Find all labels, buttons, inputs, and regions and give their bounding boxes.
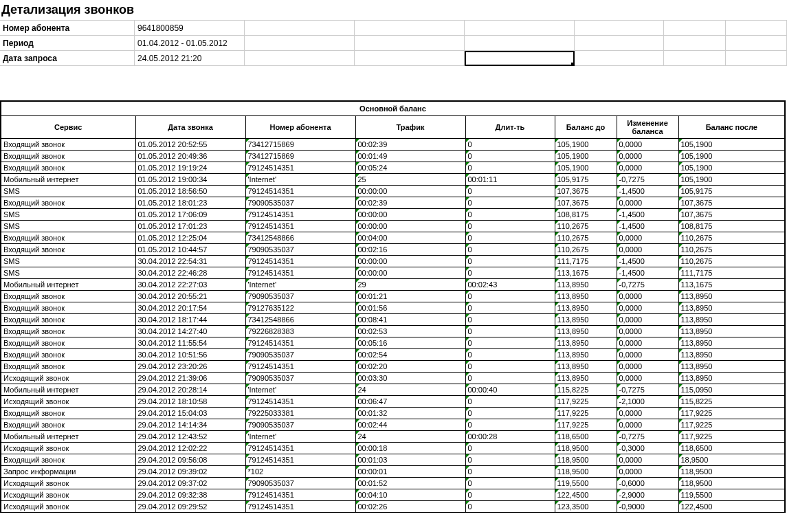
cell-marker	[679, 267, 683, 271]
col-number: Номер абонента	[245, 116, 355, 139]
cell-service: Входящий звонок	[1, 326, 135, 337]
cell-duration: 0	[465, 466, 555, 478]
cell-before: 111,7175	[555, 256, 617, 267]
cell-after: 117,9225	[678, 431, 785, 443]
cell-marker	[466, 396, 469, 399]
cell-marker	[356, 221, 359, 224]
cell-marker	[679, 326, 683, 329]
cell-marker	[617, 151, 621, 154]
cell-number: 79090535037	[245, 244, 355, 256]
cell-number: 79124514351	[245, 221, 355, 232]
cell-change: -0,7275	[617, 174, 678, 186]
cell-marker	[617, 221, 621, 224]
cell-marker	[679, 291, 683, 294]
cell-service: Входящий звонок	[1, 349, 135, 361]
subscriber-label: Номер абонента	[0, 21, 135, 36]
cell-marker	[466, 419, 469, 423]
cell-after: 111,7175	[678, 267, 785, 279]
cell-before: 117,9225	[555, 408, 617, 419]
cell-date: 01.05.2012 18:01:23	[135, 197, 245, 209]
cell-marker	[356, 279, 359, 282]
cell-number: 'Internet'	[245, 384, 355, 396]
cell-marker	[555, 279, 559, 282]
cell-traffic: 00:02:26	[355, 501, 465, 513]
cell-date: 29.04.2012 18:10:58	[135, 396, 245, 408]
table-row: Мобильный интернет30.04.2012 22:27:03'In…	[1, 279, 785, 291]
cell-traffic: 00:01:03	[355, 454, 465, 466]
cell-marker	[679, 209, 683, 212]
cell-before: 105,9175	[555, 174, 617, 186]
cell-duration: 0	[465, 478, 555, 489]
cell-date: 30.04.2012 22:54:31	[135, 256, 245, 267]
cell-marker	[679, 256, 683, 259]
cell-marker	[617, 337, 621, 341]
cell-marker	[246, 244, 250, 247]
cell-service: Мобильный интернет	[1, 174, 135, 186]
selected-cell[interactable]	[465, 51, 575, 66]
cell-marker	[246, 267, 250, 271]
table-row: Входящий звонок30.04.2012 10:51:56790905…	[1, 349, 785, 361]
cell-marker	[466, 373, 469, 376]
cell-after: 18,9500	[678, 454, 785, 466]
cell-marker	[246, 431, 250, 434]
cell-marker	[466, 361, 469, 364]
cell-after: 119,5500	[678, 489, 785, 501]
cell-marker	[466, 501, 469, 505]
cell-marker	[555, 408, 559, 411]
cell-marker	[679, 419, 683, 423]
cell-marker	[466, 221, 469, 224]
cell-marker	[246, 302, 250, 306]
cell-service: Входящий звонок	[1, 302, 135, 314]
cell-change: -0,3000	[617, 443, 678, 454]
cell-service: Входящий звонок	[1, 361, 135, 373]
cell-before: 110,2675	[555, 244, 617, 256]
cell-date: 29.04.2012 09:37:02	[135, 478, 245, 489]
cell-service: SMS	[1, 267, 135, 279]
page-title: Детализация звонков	[0, 0, 787, 21]
cell-marker	[356, 267, 359, 271]
cell-marker	[356, 466, 359, 469]
cell-after: 113,8950	[678, 373, 785, 384]
cell-date: 01.05.2012 20:49:36	[135, 151, 245, 162]
cell-number: 'Internet'	[245, 174, 355, 186]
cell-marker	[555, 489, 559, 493]
cell-number: 73412715869	[245, 139, 355, 151]
cell-number: 79090535037	[245, 349, 355, 361]
cell-after: 113,8950	[678, 291, 785, 302]
cell-before: 113,8950	[555, 349, 617, 361]
cell-before: 105,1900	[555, 162, 617, 174]
cell-change: -2,1000	[617, 396, 678, 408]
cell-marker	[679, 151, 683, 154]
cell-traffic: 00:02:20	[355, 361, 465, 373]
table-row: Входящий звонок01.05.2012 12:25:04734125…	[1, 232, 785, 244]
cell-marker	[555, 162, 559, 166]
cell-before: 113,8950	[555, 326, 617, 337]
cell-change: 0,0000	[617, 454, 678, 466]
cell-change: -2,9000	[617, 489, 678, 501]
cell-marker	[466, 256, 469, 259]
cell-marker	[679, 221, 683, 224]
cell-service: Запрос информации	[1, 466, 135, 478]
cell-before: 113,8950	[555, 302, 617, 314]
cell-before: 118,9500	[555, 466, 617, 478]
cell-service: Входящий звонок	[1, 151, 135, 162]
cell-marker	[679, 232, 683, 236]
cell-service: SMS	[1, 186, 135, 197]
cell-duration: 0	[465, 186, 555, 197]
cell-before: 119,5500	[555, 478, 617, 489]
cell-marker	[466, 408, 469, 411]
cell-traffic: 24	[355, 384, 465, 396]
cell-marker	[555, 361, 559, 364]
cell-before: 105,1900	[555, 139, 617, 151]
cell-traffic: 00:05:16	[355, 337, 465, 349]
cell-traffic: 00:02:44	[355, 419, 465, 431]
cell-marker	[246, 162, 250, 166]
cell-date: 30.04.2012 10:51:56	[135, 349, 245, 361]
cell-marker	[617, 443, 621, 446]
cell-duration: 0	[465, 489, 555, 501]
table-row: Входящий звонок29.04.2012 23:20:26791245…	[1, 361, 785, 373]
cell-marker	[617, 489, 621, 493]
cell-traffic: 24	[355, 431, 465, 443]
cell-change: 0,0000	[617, 337, 678, 349]
cell-marker	[555, 209, 559, 212]
